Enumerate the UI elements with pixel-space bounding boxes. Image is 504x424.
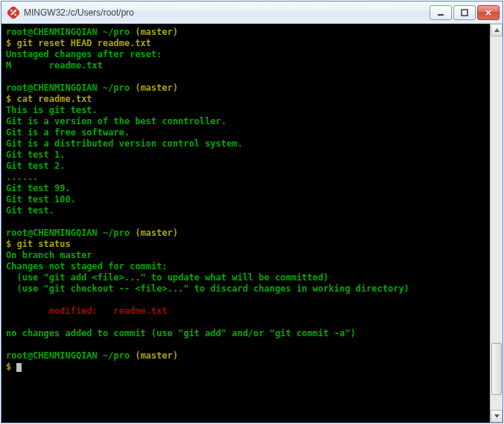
prompt-user-host: root@CHENMINGQIAN ~/pro [6,27,130,37]
minimize-button[interactable] [430,5,452,20]
output-line: M readme.txt [6,60,103,71]
svg-rect-6 [462,10,468,16]
prompt-branch: (master) [135,27,178,37]
svg-point-3 [14,13,16,16]
output-line: ...... [6,172,38,182]
prompt-branch: (master) [135,228,178,238]
prompt-symbol: $ [6,38,16,48]
output-line: Git is a free software. [6,127,130,138]
svg-marker-9 [494,28,500,32]
output-line: Unstaged changes after reset: [6,49,162,60]
output-line: Git is a version of the best conntroller… [6,116,226,126]
minimize-icon [437,9,444,16]
scroll-down-button[interactable] [491,410,503,423]
close-icon [485,9,492,16]
app-window: MINGW32:/c/Users/root/pro root@CHENMINGQ… [1,1,503,423]
command-text: git status [16,239,70,249]
maximize-icon [461,9,468,16]
titlebar[interactable]: MINGW32:/c/Users/root/pro [1,1,503,24]
output-line: Git test. [6,205,54,216]
chevron-up-icon [494,27,500,33]
output-line: Git is a distributed version control sys… [6,138,243,149]
cursor [16,363,22,372]
output-line: (use "git add <file>..." to update what … [6,272,328,283]
close-button[interactable] [477,5,500,20]
window-controls [428,5,500,20]
chevron-down-icon [494,413,500,420]
scrollbar-thumb[interactable] [491,343,502,395]
output-line: On branch master [6,250,92,260]
svg-rect-5 [438,14,444,16]
terminal[interactable]: root@CHENMINGQIAN ~/pro (master) $ git r… [1,24,490,423]
output-line: modified: readme.txt [6,306,168,316]
prompt-symbol: $ [6,362,16,372]
prompt-branch: (master) [135,350,178,361]
output-line: Git test 100. [6,194,76,205]
prompt-user-host: root@CHENMINGQIAN ~/pro [6,350,130,361]
prompt-branch: (master) [135,83,178,93]
svg-point-4 [14,10,16,12]
terminal-area: root@CHENMINGQIAN ~/pro (master) $ git r… [1,24,503,423]
output-line: Git test 2. [6,161,65,171]
output-line: no changes added to commit (use "git add… [6,328,356,338]
prompt-symbol: $ [6,94,16,104]
scroll-up-button[interactable] [491,24,503,36]
output-line: Changes not staged for commit: [6,261,168,272]
app-icon [7,7,19,19]
maximize-button[interactable] [453,5,476,20]
command-text: git reset HEAD readme.txt [16,38,151,48]
scrollbar[interactable] [490,24,503,423]
prompt-symbol: $ [6,239,16,249]
output-line: (use "git checkout -- <file>..." to disc… [6,283,409,294]
output-line: Git test 1. [6,150,65,160]
svg-point-2 [10,10,13,12]
output-line: This is git test. [6,105,98,115]
command-text: cat readme.txt [16,94,92,104]
output-line: Git test 99. [6,183,71,193]
svg-marker-10 [494,414,500,418]
prompt-user-host: root@CHENMINGQIAN ~/pro [6,83,130,93]
prompt-user-host: root@CHENMINGQIAN ~/pro [6,228,130,238]
scrollbar-track[interactable] [491,36,503,410]
window-title: MINGW32:/c/Users/root/pro [24,7,428,18]
